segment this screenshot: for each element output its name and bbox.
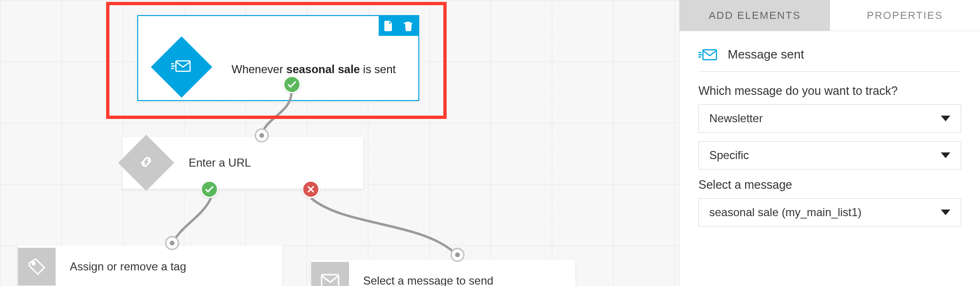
- url-no-badge[interactable]: [302, 180, 320, 198]
- panel-header-title: Message sent: [728, 47, 804, 62]
- condition-diamond: [118, 135, 174, 191]
- tab-properties[interactable]: PROPERTIES: [830, 0, 980, 31]
- svg-rect-2: [322, 275, 339, 286]
- connector-port[interactable]: [450, 248, 465, 262]
- trash-icon: [404, 21, 413, 31]
- trigger-text-prefix: Whenever: [232, 63, 286, 76]
- svg-point-1: [32, 262, 35, 265]
- panel-section-header: Message sent: [698, 47, 961, 72]
- connector-port[interactable]: [255, 128, 269, 143]
- connector-port[interactable]: [165, 236, 179, 250]
- link-icon: [138, 153, 155, 170]
- select-message[interactable]: seasonal sale (my_main_list1): [698, 198, 961, 227]
- duplicate-node-button[interactable]: [379, 16, 399, 36]
- select-message-type[interactable]: Newsletter: [698, 104, 961, 133]
- chevron-down-icon: [941, 210, 950, 215]
- workflow-canvas[interactable]: Whenever seasonal sale is sent Enter a U…: [0, 0, 679, 286]
- field-label-select-message: Select a message: [698, 178, 961, 192]
- node-send-message[interactable]: Select a message to send: [311, 260, 575, 286]
- trigger-text-suffix: is sent: [360, 63, 396, 76]
- mail-sent-icon: [698, 48, 718, 62]
- select-message-type-value: Newsletter: [709, 112, 763, 125]
- tag-node-label: Assign or remove a tag: [70, 260, 186, 273]
- svg-rect-3: [703, 50, 717, 59]
- field-label-track: Which message do you want to track?: [698, 84, 961, 98]
- svg-rect-0: [176, 61, 190, 71]
- panel-tabs: ADD ELEMENTS PROPERTIES: [680, 0, 980, 31]
- delete-node-button[interactable]: [399, 16, 418, 36]
- mail-sent-icon: [171, 59, 192, 73]
- send-node-label: Select a message to send: [363, 274, 493, 286]
- select-message-value: seasonal sale (my_main_list1): [709, 206, 862, 219]
- select-scope[interactable]: Specific: [698, 141, 961, 169]
- mail-icon: [321, 274, 340, 286]
- select-scope-value: Specific: [709, 149, 749, 162]
- url-node-label: Enter a URL: [189, 156, 251, 169]
- url-yes-badge[interactable]: [200, 180, 218, 198]
- tab-properties-label: PROPERTIES: [867, 9, 943, 22]
- node-link-clicked[interactable]: Enter a URL: [123, 137, 363, 189]
- properties-panel: ADD ELEMENTS PROPERTIES Message sent Whi…: [679, 0, 980, 286]
- check-icon: [205, 186, 214, 193]
- tab-add-elements-label: ADD ELEMENTS: [709, 9, 801, 22]
- trigger-text-bold: seasonal sale: [286, 63, 360, 76]
- chevron-down-icon: [941, 152, 950, 158]
- trigger-yes-badge[interactable]: [283, 76, 301, 93]
- action-square: [311, 262, 349, 286]
- trigger-diamond: [151, 36, 212, 98]
- chevron-down-icon: [941, 116, 950, 121]
- tag-icon: [27, 257, 46, 276]
- document-icon: [384, 21, 393, 31]
- trigger-text: Whenever seasonal sale is sent: [232, 63, 396, 76]
- check-icon: [288, 81, 296, 88]
- tab-add-elements[interactable]: ADD ELEMENTS: [680, 0, 830, 31]
- node-assign-tag[interactable]: Assign or remove a tag: [18, 245, 282, 286]
- x-icon: [307, 186, 314, 193]
- action-square: [18, 248, 56, 286]
- node-trigger-message-sent[interactable]: Whenever seasonal sale is sent: [137, 15, 419, 101]
